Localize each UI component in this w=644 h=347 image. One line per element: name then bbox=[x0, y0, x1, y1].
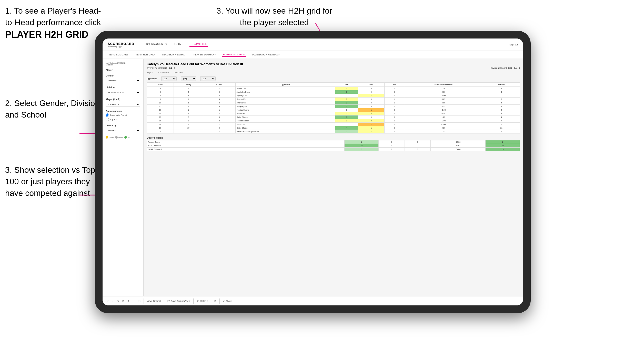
td-rounds: 3 bbox=[483, 105, 520, 108]
opponent-select[interactable]: (All) bbox=[200, 76, 216, 81]
td-conf: 6 bbox=[203, 126, 235, 130]
th-win: Win bbox=[335, 83, 358, 87]
td-opponent: Sydney Kuo bbox=[235, 94, 335, 98]
toolbar-grid[interactable]: ⊞ bbox=[122, 300, 124, 302]
table-row: 10 6 3 Andrea York 2 0 0 4.00 4 bbox=[147, 101, 520, 105]
h2h-grid-table: # Div # Reg # Conf Opponent Win Loss Tie… bbox=[147, 82, 520, 133]
sidebar-timestamp: Last Updated: 27/03/2024 16:55:38 bbox=[106, 62, 140, 66]
td-diff: -1.00 bbox=[404, 94, 483, 98]
toolbar-clock[interactable]: 🕐 bbox=[138, 300, 140, 302]
td-win: 0 bbox=[335, 108, 358, 112]
colour-by-select[interactable]: Win/loss bbox=[106, 128, 140, 133]
table-row: 5 2 2 Alexis Sudjianto 1 0 0 4.00 3 bbox=[147, 90, 520, 94]
division-select[interactable]: NCAA Division III bbox=[106, 90, 140, 95]
radio-opponents-played-input[interactable] bbox=[106, 113, 109, 117]
radio-top100-input[interactable] bbox=[106, 118, 109, 121]
h2h-title: Katelyn Vo Head-to-Head Grid for Women's… bbox=[147, 62, 520, 66]
td-ood-loss: 0 bbox=[379, 148, 405, 151]
td-win: 2 bbox=[335, 112, 358, 115]
td-rounds bbox=[483, 94, 520, 98]
bottom-toolbar: ↩ ← ↪ ⊞ ↺ ··· 🕐 View: Original 💾 Save Cu… bbox=[103, 296, 523, 305]
td-win: 0 bbox=[335, 123, 358, 126]
sub-nav-player-h2h[interactable]: PLAYER H2H GRID bbox=[222, 53, 246, 57]
sub-nav-team-summary[interactable]: TEAM SUMMARY bbox=[108, 53, 129, 56]
td-rounds: 3 bbox=[483, 90, 520, 94]
opponents-select[interactable]: (All) bbox=[161, 76, 177, 81]
toolbar-dots[interactable]: ··· bbox=[133, 300, 135, 302]
td-diff: -5.00 bbox=[404, 123, 483, 126]
toolbar-back[interactable]: ← bbox=[112, 300, 114, 302]
sidebar-gender-section: Gender Women's bbox=[106, 74, 140, 83]
legend-up-circle bbox=[124, 136, 127, 139]
toolbar-undo[interactable]: ↩ bbox=[107, 300, 109, 302]
toolbar-grid2[interactable]: ⊞ bbox=[214, 300, 216, 302]
td-opponent: Sharon Mun bbox=[235, 98, 335, 101]
td-rounds: 6 bbox=[483, 130, 520, 133]
legend-up-label: Up bbox=[128, 137, 130, 138]
nav-links: TOURNAMENTS TEAMS COMMITTEE bbox=[145, 42, 499, 47]
nav-committee[interactable]: COMMITTEE bbox=[189, 42, 208, 47]
td-reg: 6 bbox=[174, 101, 203, 105]
td-opponent: Jessica Mason bbox=[235, 119, 335, 123]
td-win: 1 bbox=[335, 98, 358, 101]
td-reg: 1 bbox=[174, 119, 203, 123]
nav-teams[interactable]: TEAMS bbox=[173, 42, 184, 47]
legend-up: Up bbox=[124, 136, 130, 139]
conference-filter: Conference bbox=[158, 71, 169, 74]
td-reg: 2 bbox=[174, 105, 203, 108]
td-diff: 4.00 bbox=[404, 90, 483, 94]
radio-opponents-played[interactable]: Opponents Played bbox=[106, 113, 140, 117]
table-row: 3 1 1 Esther Lee 1 0 1 1.50 4 bbox=[147, 87, 520, 90]
legend-row: Down Level Up bbox=[106, 136, 140, 139]
player-label: Player bbox=[106, 69, 140, 71]
sub-nav-player-summary[interactable]: PLAYER SUMMARY bbox=[193, 53, 217, 56]
sub-nav-team-heatmap[interactable]: TEAM H2H HEATMAP bbox=[161, 53, 187, 56]
radio-top100[interactable]: Top 100 bbox=[106, 118, 140, 121]
th-rounds: Rounds bbox=[483, 83, 520, 87]
td-div: 19 bbox=[147, 126, 174, 130]
td-reg: 1 bbox=[174, 87, 203, 90]
th-tie: Tie bbox=[384, 83, 404, 87]
nav-tournaments[interactable]: TOURNAMENTS bbox=[145, 42, 168, 47]
td-opponent: Euna Lee bbox=[235, 123, 335, 126]
td-conf: 2 bbox=[203, 123, 235, 126]
td-conf: 5 bbox=[203, 115, 235, 119]
td-reg: 11 bbox=[174, 130, 203, 133]
table-row: 15 8 5 Stella Cheng 1 0 0 1.25 4 bbox=[147, 115, 520, 119]
conference-select[interactable]: (All) bbox=[181, 76, 196, 81]
td-reg: 3 bbox=[174, 94, 203, 98]
nav-separator: | bbox=[507, 43, 507, 46]
td-div: 6 bbox=[147, 94, 174, 98]
td-div: 13 bbox=[147, 108, 174, 112]
player-rank-select[interactable]: 8. Katelyn Vo bbox=[106, 102, 140, 107]
toolbar-refresh[interactable]: ↺ bbox=[127, 300, 129, 302]
td-diff: 4.00 bbox=[404, 101, 483, 105]
sub-nav-team-h2h[interactable]: TEAM H2H GRID bbox=[135, 53, 156, 56]
sub-nav-player-heatmap[interactable]: PLAYER H2H HEATMAP bbox=[251, 53, 280, 56]
toolbar-divider-1 bbox=[144, 298, 144, 304]
td-reg: 2 bbox=[174, 90, 203, 94]
td-ood-rounds: 10 bbox=[486, 148, 520, 151]
td-opponent: Stella Cheng bbox=[235, 115, 335, 119]
sign-out-link[interactable]: Sign out bbox=[509, 43, 518, 46]
gender-select[interactable]: Women's bbox=[106, 78, 140, 83]
toolbar-share[interactable]: ↗ Share bbox=[223, 300, 232, 302]
td-loss: 0 bbox=[358, 87, 384, 90]
td-loss: 2 bbox=[358, 112, 384, 115]
out-of-division-table: Foreign Team 1 0 0 4.500 2 NAIA Division… bbox=[147, 140, 520, 151]
toolbar-save-custom[interactable]: 💾 Save Custom View bbox=[167, 300, 190, 302]
toolbar-redo[interactable]: ↪ bbox=[117, 300, 119, 302]
step3-left-text: 3. Show selection vs Top 100 or just pla… bbox=[5, 165, 95, 198]
legend-level-label: Level bbox=[118, 137, 123, 138]
toolbar-view-original[interactable]: View: Original bbox=[147, 300, 161, 302]
td-tie: 0 bbox=[384, 90, 404, 94]
td-rounds: 7 bbox=[483, 119, 520, 123]
table-row: 11 2 5 Heejo Hyun 1 0 0 3.33 3 bbox=[147, 105, 520, 108]
toolbar-watch[interactable]: 👁 Watch ▾ bbox=[197, 300, 208, 302]
overall-record: Overall Record: 353 - 34 - 6 bbox=[147, 67, 175, 69]
td-reg: 1 bbox=[174, 108, 203, 112]
td-rounds: 4 bbox=[483, 87, 520, 90]
td-ood-tie: 0 bbox=[405, 148, 431, 151]
step3-right-text: 3. You will now see H2H grid for the pla… bbox=[216, 6, 332, 27]
table-row: 18 2 2 Euna Lee 0 2 0 -5.00 2 bbox=[147, 123, 520, 126]
